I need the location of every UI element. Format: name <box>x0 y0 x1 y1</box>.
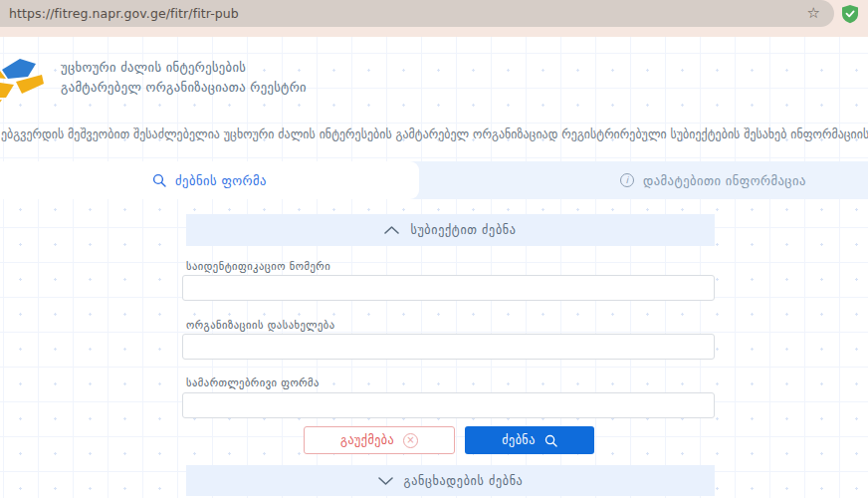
tab-strip: ძებნის ფორმა i დამატებითი ინფორმაცია <box>0 161 868 199</box>
url-bar[interactable]: https://fitreg.napr.gov.ge/fitr/fitr-pub… <box>0 0 834 27</box>
identification-number-input[interactable] <box>182 275 715 301</box>
tab-search-form[interactable]: ძებნის ფორმა <box>0 161 419 199</box>
search-button-label: ძებნა <box>502 433 535 447</box>
search-icon <box>152 173 166 187</box>
organization-name-input[interactable] <box>182 334 715 360</box>
chevron-up-icon <box>384 226 399 234</box>
bookmark-star-icon[interactable]: ☆ <box>807 6 820 21</box>
identification-number-label: საიდენტიფიკაციო ნომერი <box>186 260 330 272</box>
chevron-down-icon <box>378 477 393 485</box>
info-icon: i <box>620 173 634 187</box>
section-subject-search-label: სუბიექტით ძებნა <box>410 223 516 237</box>
circle-x-icon: × <box>403 433 418 448</box>
tab-additional-info[interactable]: i დამატებითი ინფორმაცია <box>620 161 806 199</box>
legal-form-label: სამართლებრივი ფორმა <box>186 376 320 388</box>
adblock-shield-icon[interactable] <box>841 4 859 24</box>
cancel-button-label: გაუქმება <box>340 433 394 447</box>
cancel-button[interactable]: გაუქმება × <box>304 426 455 454</box>
search-button-icon <box>544 434 557 447</box>
site-title-line1: უცხოური ძალის ინტერესების <box>61 58 307 78</box>
tab-search-form-label: ძებნის ფორმა <box>175 173 267 188</box>
section-application-search[interactable]: განცხადების ძებნა <box>186 465 715 496</box>
url-text: https://fitreg.napr.gov.ge/fitr/fitr-pub <box>9 6 799 21</box>
section-application-search-label: განცხადების ძებნა <box>404 474 524 488</box>
page-description: ებგვერდის მეშვეობით შესაძლებელია უცხოური… <box>1 127 868 141</box>
site-title-line2: გამტარებელ ორგანიზაციათა რეესტრი <box>61 78 307 98</box>
search-button[interactable]: ძებნა <box>465 426 594 454</box>
site-title: უცხოური ძალის ინტერესების გამტარებელ ორგ… <box>61 58 307 98</box>
legal-form-input[interactable] <box>182 392 715 418</box>
tab-additional-info-label: დამატებითი ინფორმაცია <box>643 173 806 188</box>
browser-chrome: https://fitreg.napr.gov.ge/fitr/fitr-pub… <box>0 0 868 37</box>
section-subject-search[interactable]: სუბიექტით ძებნა <box>186 214 715 246</box>
page-background: უცხოური ძალის ინტერესების გამტარებელ ორგ… <box>0 37 868 498</box>
napr-logo-icon <box>0 54 48 114</box>
organization-name-label: ორგანიზაციის დასახელება <box>186 319 335 331</box>
